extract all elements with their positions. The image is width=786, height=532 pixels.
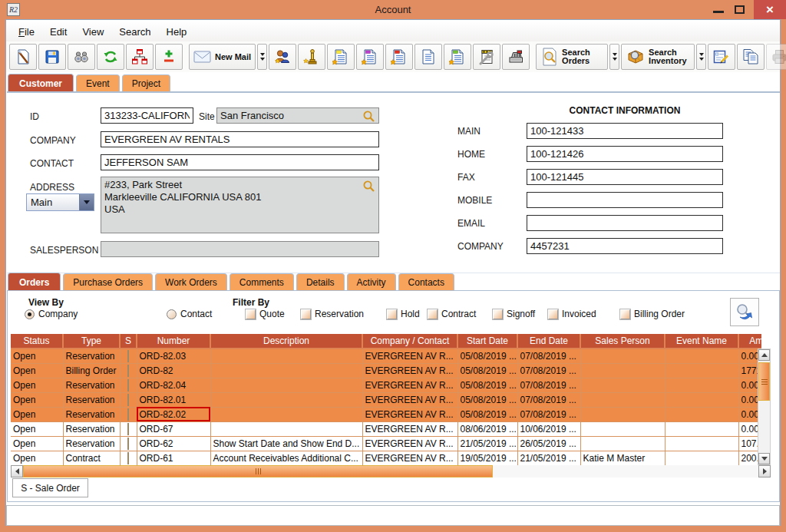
column-header-amount[interactable]: Amount [738,334,761,349]
filter-reservation-checkbox[interactable]: Reservation [301,309,364,319]
new-reservation-button[interactable] [356,44,384,70]
menu-search[interactable]: Search [111,23,158,41]
award-button[interactable] [298,44,325,70]
tab-orders[interactable]: Orders [8,273,61,290]
scroll-down-icon[interactable] [758,453,770,464]
checkbox-icon[interactable] [428,309,438,319]
work-order-button[interactable] [473,44,500,70]
menu-file[interactable]: File [11,23,42,41]
column-header-description[interactable]: Description [210,334,362,349]
menu-help[interactable]: Help [159,23,195,41]
minimize-icon[interactable] [713,11,724,13]
filter-billing-order-checkbox[interactable]: Billing Order [620,309,685,319]
column-header-end-date[interactable]: End Date [517,334,580,349]
refresh-button[interactable] [97,44,124,70]
scroll-track[interactable] [493,465,758,477]
new-invoice-button[interactable] [444,44,471,70]
hierarchy-button[interactable] [126,44,154,70]
new-mail-button[interactable]: New Mail [189,44,256,70]
contacts-button[interactable] [269,44,296,70]
company-phone-field[interactable] [527,238,723,254]
new-quote-button[interactable] [327,44,355,70]
close-icon[interactable] [754,0,786,19]
column-header-s[interactable]: S [120,334,137,349]
column-header-start-date[interactable]: Start Date [457,334,517,349]
search-icon[interactable] [362,110,375,123]
new-record-button[interactable] [9,44,37,70]
column-header-status[interactable]: Status [11,334,63,349]
cell-number-focused[interactable]: ORD-82.02 [137,407,210,421]
checkbox-icon[interactable] [620,309,630,319]
company-field[interactable] [101,131,379,147]
filter-quote-checkbox[interactable]: Quote [246,309,285,319]
fax-field[interactable] [527,169,723,185]
sale-checkbox-icon[interactable] [127,423,129,435]
table-row[interactable]: Open Reservation ORD-82.04 EVERGREEN AV … [11,378,761,392]
column-header-number[interactable]: Number [137,334,210,349]
table-row[interactable]: Open Billing Order ORD-82 EVERGREEN AV R… [11,363,761,378]
vertical-scrollbar[interactable] [758,349,771,465]
search-inventory-dropdown[interactable] [696,44,706,70]
table-row[interactable]: Open Reservation ORD-67 EVERGREEN AV R..… [11,421,761,436]
table-row[interactable]: Open Reservation ORD-82.01 EVERGREEN AV … [11,392,761,407]
tab-work-orders[interactable]: Work Orders [155,273,227,290]
sale-checkbox-icon[interactable] [127,379,129,392]
save-button[interactable] [38,44,66,70]
filter-invoiced-checkbox[interactable]: Invoiced [548,309,596,319]
filter-signoff-checkbox[interactable]: Signoff [493,309,535,319]
search-inventory-button[interactable]: Search Inventory [621,44,695,70]
new-document-button[interactable] [414,44,442,70]
add-remove-button[interactable] [155,44,183,70]
horizontal-scroll-thumb[interactable] [23,465,493,477]
copy-button[interactable] [737,44,765,70]
tab-project[interactable]: Project [122,74,170,91]
filter-contract-checkbox[interactable]: Contract [428,309,476,319]
sale-checkbox-icon[interactable] [127,438,129,450]
menu-edit[interactable]: Edit [42,23,74,41]
view-by-company-radio[interactable]: Company [25,309,78,319]
find-button[interactable] [68,44,95,70]
mobile-field[interactable] [527,192,723,208]
id-field[interactable] [101,107,193,124]
checkbox-icon[interactable] [493,309,503,319]
tab-activity[interactable]: Activity [347,273,396,290]
tab-contacts[interactable]: Contacts [398,273,454,290]
chevron-down-icon[interactable] [79,194,94,210]
sale-checkbox-icon[interactable] [127,365,129,377]
sale-checkbox-icon[interactable] [127,452,129,464]
address-field[interactable]: #233, Park Street Markleeville CALIFORNI… [101,177,379,233]
table-row-selected[interactable]: Open Reservation ORD-82.02 EVERGREEN AV … [11,407,761,421]
apply-filter-button[interactable] [730,298,759,326]
search-orders-dropdown[interactable] [609,44,619,70]
new-mail-dropdown[interactable] [257,44,267,70]
checkbox-icon[interactable] [246,309,256,319]
scroll-up-icon[interactable] [758,349,770,361]
search-icon[interactable] [362,180,375,193]
sale-checkbox-icon[interactable] [127,350,129,362]
tab-purchase-orders[interactable]: Purchase Orders [63,273,153,290]
radio-icon[interactable] [167,309,177,319]
checkbox-icon[interactable] [548,309,558,319]
main-phone-field[interactable] [527,123,723,139]
email-field[interactable] [527,215,723,231]
filter-hold-checkbox[interactable]: Hold [387,309,420,319]
address-type-select[interactable]: Main [26,193,94,211]
cash-register-button[interactable] [502,44,530,70]
scroll-left-icon[interactable] [11,465,23,477]
checkbox-icon[interactable] [387,309,397,319]
scroll-right-icon[interactable] [758,465,771,477]
table-row[interactable]: Open Contract ORD-61 Account Receivables… [11,451,761,465]
sale-checkbox-icon[interactable] [127,408,129,421]
site-field[interactable]: San Francisco [216,107,379,124]
radio-icon[interactable] [25,309,35,319]
search-orders-button[interactable]: Search Orders [536,44,608,70]
tab-details[interactable]: Details [296,273,345,290]
tab-comments[interactable]: Comments [230,273,294,290]
column-header-sales-person[interactable]: Sales Person [580,334,665,349]
checkbox-icon[interactable] [301,309,311,319]
menu-view[interactable]: View [74,23,111,41]
tab-customer[interactable]: Customer [8,74,74,91]
horizontal-scrollbar[interactable] [11,465,771,477]
sale-checkbox-icon[interactable] [127,394,129,406]
new-contract-button[interactable] [385,44,413,70]
